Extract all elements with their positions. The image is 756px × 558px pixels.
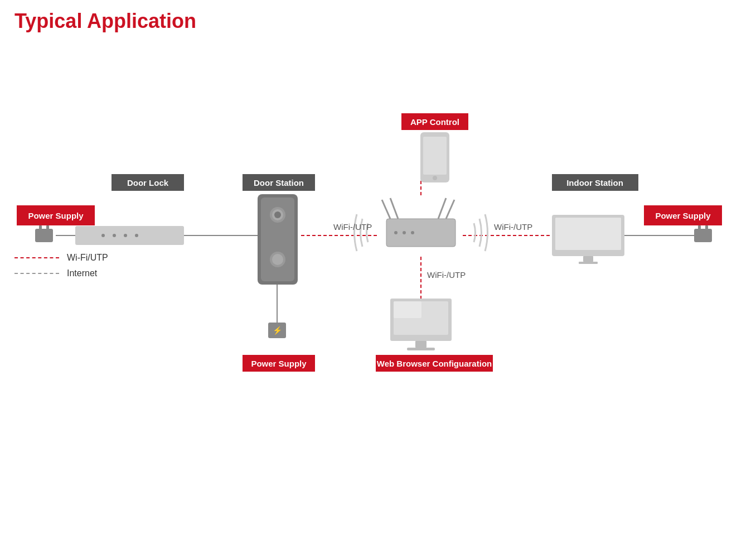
svg-text:Power Supply: Power Supply — [28, 211, 84, 220]
power-plug-right-icon — [694, 229, 712, 242]
svg-line-29 — [390, 198, 398, 219]
svg-text:Door Station: Door Station — [254, 178, 304, 187]
power-plug-left-icon — [35, 229, 53, 242]
power-supply-left-box — [75, 226, 184, 245]
svg-point-19 — [274, 211, 281, 218]
svg-point-27 — [411, 231, 414, 234]
svg-text:Web Browser Configuaration: Web Browser Configuaration — [377, 359, 492, 368]
svg-rect-7 — [39, 225, 42, 230]
svg-point-26 — [403, 231, 406, 234]
svg-text:WiFi-/UTP: WiFi-/UTP — [333, 222, 372, 232]
svg-line-31 — [438, 198, 446, 219]
svg-line-30 — [446, 200, 454, 219]
svg-line-28 — [382, 200, 390, 219]
svg-point-37 — [433, 176, 437, 180]
svg-rect-46 — [583, 256, 593, 262]
svg-rect-8 — [46, 225, 49, 230]
svg-point-25 — [394, 231, 398, 234]
svg-text:Door Lock: Door Lock — [127, 178, 169, 187]
svg-rect-39 — [394, 301, 421, 318]
svg-text:WiFi-/UTP: WiFi-/UTP — [494, 222, 532, 232]
svg-rect-45 — [555, 218, 621, 250]
svg-text:⚡: ⚡ — [273, 326, 283, 335]
svg-text:Indoor Station: Indoor Station — [566, 178, 623, 187]
page-title: Typical Application — [14, 9, 196, 33]
svg-point-12 — [135, 234, 138, 237]
svg-rect-40 — [415, 341, 427, 348]
svg-point-21 — [272, 254, 283, 265]
svg-rect-48 — [698, 225, 701, 230]
svg-point-9 — [101, 234, 105, 237]
diagram: Power Supply Door Lock Door Station ⚡ Po… — [0, 45, 756, 391]
svg-text:APP Control: APP Control — [410, 117, 459, 127]
svg-point-11 — [124, 234, 127, 237]
svg-rect-47 — [579, 262, 598, 264]
svg-point-10 — [113, 234, 116, 237]
svg-rect-41 — [407, 348, 435, 350]
svg-text:WiFi-/UTP: WiFi-/UTP — [427, 270, 466, 280]
svg-text:Power Supply: Power Supply — [655, 211, 711, 220]
svg-rect-36 — [423, 137, 447, 175]
svg-text:Power Supply: Power Supply — [251, 359, 307, 368]
svg-rect-49 — [705, 225, 708, 230]
